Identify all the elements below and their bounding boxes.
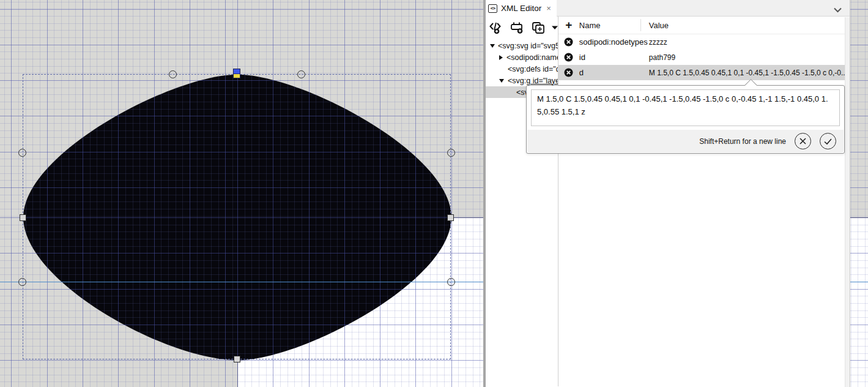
expand-arrow-icon[interactable] [499, 55, 503, 60]
column-divider [640, 19, 641, 31]
path-node[interactable] [447, 214, 454, 221]
scrollbar-track[interactable] [845, 17, 850, 387]
hover-node-marker [234, 74, 240, 78]
popup-hint-text: Shift+Return for a new line [699, 137, 786, 146]
tree-row-defs[interactable]: <svg:defs id="defs2 [486, 63, 558, 75]
column-header-value: Value [644, 21, 669, 30]
panel-title: XML Editor [501, 4, 541, 13]
bezier-handle[interactable] [447, 278, 455, 286]
xml-editor-icon: <> [488, 4, 497, 13]
bezier-handle[interactable] [447, 149, 455, 157]
column-header-name: Name [579, 21, 644, 30]
selected-path-node[interactable] [233, 69, 240, 78]
collapse-arrow-icon[interactable] [490, 44, 495, 48]
new-text-node-button[interactable] [510, 21, 525, 34]
collapse-arrow-icon[interactable] [499, 79, 504, 83]
bezier-handle[interactable] [297, 70, 305, 78]
duplicate-node-button[interactable] [531, 21, 546, 34]
new-element-node-button[interactable] [489, 21, 504, 34]
selected-node-marker [234, 69, 240, 74]
tab-xml-editor[interactable]: <> XML Editor × [486, 0, 557, 17]
delete-attribute-icon[interactable] [558, 68, 579, 77]
bezier-handle[interactable] [18, 149, 26, 157]
path-node[interactable] [20, 214, 26, 221]
delete-attribute-icon[interactable] [558, 53, 579, 62]
tree-row-svg-root[interactable]: <svg:svg id="svg5"> [486, 40, 558, 51]
chevron-down-icon[interactable] [833, 4, 842, 15]
attribute-row-d-selected[interactable]: d M 1.5,0 C 1.5,0.45 0.45,1 0,1 -0.45,1 … [558, 65, 850, 80]
attribute-value-textarea[interactable]: M 1.5,0 C 1.5,0.45 0.45,1 0,1 -0.45,1 -1… [531, 89, 840, 126]
cancel-button[interactable] [795, 133, 811, 149]
more-actions-dropdown[interactable] [551, 25, 558, 30]
attribute-row-id[interactable]: id path799 [558, 50, 850, 65]
selection-bounding-box [23, 74, 451, 359]
xml-tree-panel: <svg:svg id="svg5"> <sodipodi:namedvie <… [486, 17, 558, 386]
attributes-header: + Name Value [558, 17, 850, 34]
popup-footer: Shift+Return for a new line [527, 130, 844, 152]
attributes-panel: + Name Value sodipodi:nodetypes zzzzz [558, 17, 850, 386]
attribute-row-nodetypes[interactable]: sodipodi:nodetypes zzzzz [558, 34, 850, 50]
xml-toolbar [486, 17, 558, 37]
close-icon[interactable]: × [546, 4, 551, 13]
delete-attribute-icon[interactable] [558, 37, 579, 47]
add-attribute-button[interactable]: + [558, 18, 579, 32]
accept-button[interactable] [820, 133, 836, 149]
panel-header: <> XML Editor × [486, 0, 850, 17]
path-node[interactable] [234, 356, 240, 363]
attribute-value-editor: M 1.5,0 C 1.5,0.45 0.45,1 0,1 -0.45,1 -1… [526, 85, 845, 154]
bezier-handle[interactable] [169, 70, 177, 78]
inkscape-window: <> XML Editor × [0, 0, 868, 387]
tree-row-namedview[interactable]: <sodipodi:namedvie [486, 51, 558, 63]
xml-editor-panel: <> XML Editor × [483, 0, 850, 387]
bezier-handle[interactable] [18, 278, 26, 286]
